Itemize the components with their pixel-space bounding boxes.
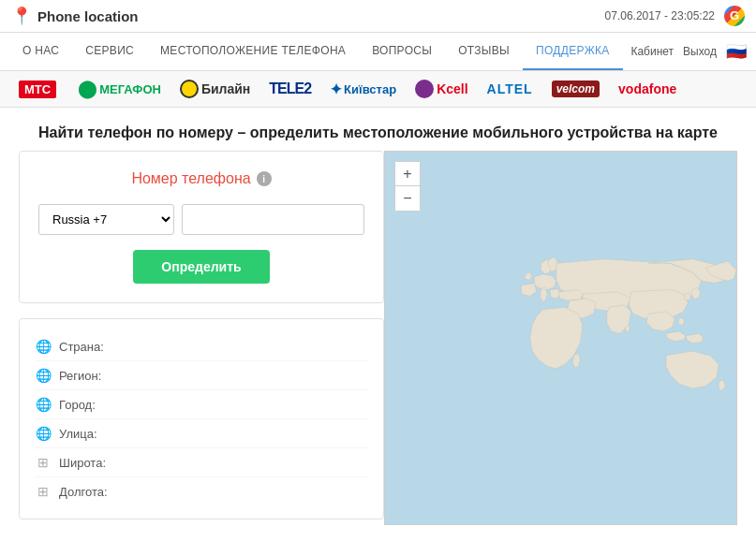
globe-icon-4: 🌐: [35, 425, 52, 442]
brand-kyivstar: ✦ Київстар: [330, 80, 396, 98]
navbar: О НАС СЕРВИС МЕСТОПОЛОЖЕНИЕ ТЕЛЕФОНА ВОП…: [0, 33, 756, 71]
altel-label: ALTEL: [487, 81, 533, 96]
region-label: Регион:: [59, 369, 101, 383]
nav-links: О НАС СЕРВИС МЕСТОПОЛОЖЕНИЕ ТЕЛЕФОНА ВОП…: [9, 33, 623, 70]
nav-reviews[interactable]: ОТЗЫВЫ: [445, 33, 523, 70]
nav-service[interactable]: СЕРВИС: [72, 33, 147, 70]
brand-kcell: Kcell: [415, 80, 467, 98]
world-map-svg: [385, 152, 736, 524]
globe-icon: 🌐: [35, 338, 52, 355]
kyivstar-label: Київстар: [344, 82, 396, 96]
brand-velcom: velcom: [552, 80, 600, 97]
results-card: 🌐 Страна: 🌐 Регион: 🌐 Город: 🌐 Улица: ⊞ …: [19, 318, 384, 519]
lon-label: Долгота:: [59, 485, 108, 499]
brand-vodafone: vodafone: [618, 81, 676, 96]
map-container[interactable]: + −: [384, 151, 737, 525]
globe-icon-2: 🌐: [35, 367, 52, 384]
country-select[interactable]: Russia +7: [38, 204, 174, 235]
phone-inputs: Russia +7: [38, 204, 364, 235]
nav-questions[interactable]: ВОПРОСЫ: [359, 33, 445, 70]
determine-button[interactable]: Определить: [133, 250, 269, 284]
globe-icon-3: 🌐: [35, 396, 52, 413]
tele2-label: TELE2: [269, 80, 311, 97]
brand-altel: ALTEL: [487, 81, 533, 96]
kcell-label: Kcell: [437, 81, 467, 96]
datetime: 07.06.2017 - 23:05:22: [605, 9, 715, 22]
brand-mts: МТС: [19, 80, 59, 98]
result-city: 🌐 Город:: [35, 390, 368, 419]
google-icon[interactable]: G: [724, 6, 745, 26]
main-content: Номер телефона i Russia +7 Определить 🌐 …: [0, 151, 756, 544]
mts-logo: МТС: [19, 80, 56, 98]
brand-beeline: Билайн: [180, 80, 250, 98]
velcom-label: velcom: [552, 80, 600, 97]
nav-about[interactable]: О НАС: [9, 33, 72, 70]
info-icon[interactable]: i: [257, 171, 272, 186]
map-panel: + −: [384, 151, 737, 525]
brands-bar: МТС ⬤ МЕГАФОН Билайн TELE2 ✦ Київстар Kc…: [0, 71, 756, 108]
nav-location[interactable]: МЕСТОПОЛОЖЕНИЕ ТЕЛЕФОНА: [147, 33, 359, 70]
megafon-icon: ⬤: [78, 79, 96, 99]
form-panel: Номер телефона i Russia +7 Определить 🌐 …: [19, 151, 384, 525]
header-right: 07.06.2017 - 23:05:22 G: [605, 6, 745, 26]
result-region: 🌐 Регион:: [35, 361, 368, 390]
nav-support[interactable]: ПОДДЕРЖКА: [523, 33, 623, 70]
map-zoom-controls: + −: [394, 161, 421, 212]
beeline-icon: [180, 80, 199, 98]
result-lat: ⊞ Широта:: [35, 448, 368, 477]
zoom-out-button[interactable]: −: [395, 186, 420, 211]
megafon-label: МЕГАФОН: [99, 82, 161, 96]
city-label: Город:: [59, 398, 96, 412]
brand-tele2: TELE2: [269, 80, 311, 97]
pin-icon: 📍: [11, 6, 32, 26]
phone-label-text: Номер телефона: [131, 170, 250, 187]
beeline-label: Билайн: [201, 81, 250, 96]
lat-label: Широта:: [59, 456, 106, 470]
flag-icon: 🇷🇺: [726, 41, 747, 62]
kyivstar-icon: ✦: [330, 80, 342, 98]
logo-text: Phone location: [37, 8, 139, 24]
result-lon: ⊞ Долгота:: [35, 477, 368, 505]
zoom-in-button[interactable]: +: [395, 162, 420, 186]
header: 📍 Phone location 07.06.2017 - 23:05:22 G: [0, 0, 756, 33]
nav-logout[interactable]: Выход: [683, 45, 717, 58]
phone-form-card: Номер телефона i Russia +7 Определить: [19, 151, 384, 303]
logo: 📍 Phone location: [11, 6, 139, 26]
grid-icon: ⊞: [35, 454, 52, 471]
vodafone-label: vodafone: [618, 81, 676, 96]
brand-megafon: ⬤ МЕГАФОН: [78, 79, 161, 99]
nav-right: Кабинет Выход 🇷🇺: [630, 41, 747, 62]
country-label: Страна:: [59, 340, 104, 354]
kcell-icon: [415, 80, 434, 98]
main-headline: Найти телефон по номеру – определить мес…: [0, 108, 756, 151]
result-street: 🌐 Улица:: [35, 419, 368, 448]
nav-cabinet[interactable]: Кабинет: [630, 45, 674, 58]
result-country: 🌐 Страна:: [35, 332, 368, 361]
phone-label: Номер телефона i: [38, 170, 364, 187]
street-label: Улица:: [59, 427, 97, 441]
phone-input[interactable]: [182, 204, 364, 235]
grid-icon-2: ⊞: [35, 483, 52, 500]
